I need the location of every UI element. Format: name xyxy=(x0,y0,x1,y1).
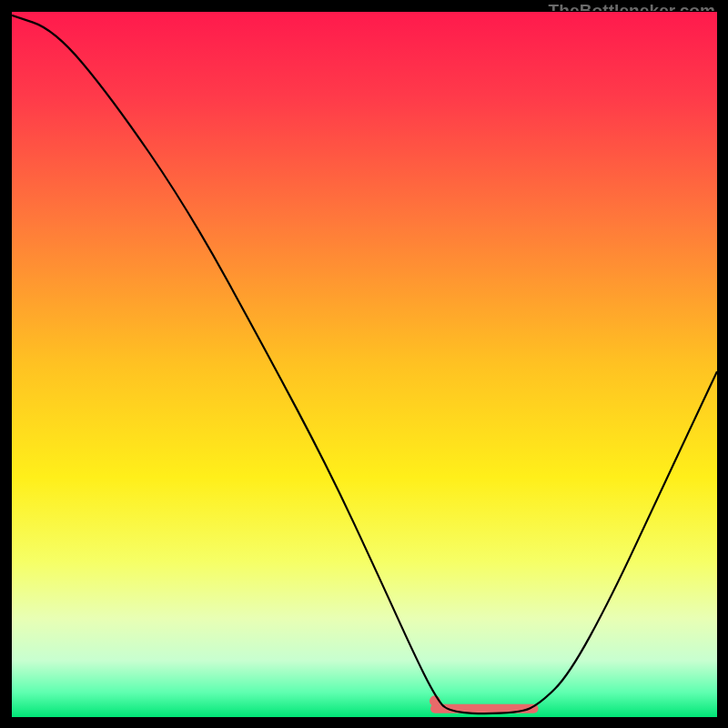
curve-layer xyxy=(12,12,717,717)
bottleneck-curve xyxy=(12,15,717,713)
chart-container: TheBottleneker.com xyxy=(0,0,728,728)
plot-area xyxy=(11,11,718,718)
